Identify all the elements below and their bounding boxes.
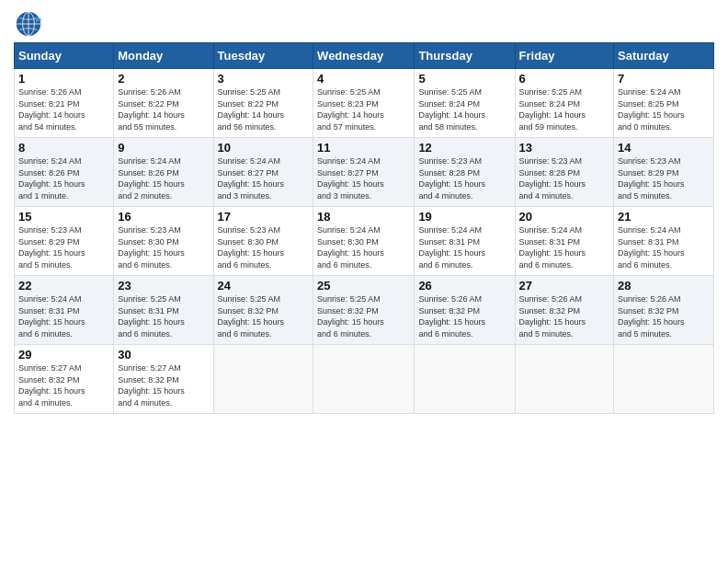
calendar-cell: 27Sunrise: 5:26 AM Sunset: 8:32 PM Dayli… bbox=[515, 276, 614, 345]
calendar-cell: 4Sunrise: 5:25 AM Sunset: 8:23 PM Daylig… bbox=[313, 69, 415, 138]
day-info: Sunrise: 5:23 AM Sunset: 8:30 PM Dayligh… bbox=[118, 224, 209, 270]
calendar-cell bbox=[415, 345, 515, 414]
day-number: 24 bbox=[218, 279, 310, 293]
day-info: Sunrise: 5:25 AM Sunset: 8:24 PM Dayligh… bbox=[418, 86, 510, 132]
calendar-header-row: SundayMondayTuesdayWednesdayThursdayFrid… bbox=[15, 43, 714, 69]
day-number: 14 bbox=[618, 141, 710, 155]
calendar-cell: 15Sunrise: 5:23 AM Sunset: 8:29 PM Dayli… bbox=[15, 207, 114, 276]
calendar-week-4: 22Sunrise: 5:24 AM Sunset: 8:31 PM Dayli… bbox=[15, 276, 714, 345]
day-info: Sunrise: 5:25 AM Sunset: 8:24 PM Dayligh… bbox=[519, 86, 610, 132]
day-number: 2 bbox=[118, 72, 209, 86]
calendar-cell: 6Sunrise: 5:25 AM Sunset: 8:24 PM Daylig… bbox=[515, 69, 614, 138]
day-info: Sunrise: 5:25 AM Sunset: 8:32 PM Dayligh… bbox=[317, 293, 410, 339]
day-number: 26 bbox=[418, 279, 510, 293]
day-number: 22 bbox=[18, 279, 109, 293]
day-number: 4 bbox=[317, 72, 410, 86]
day-info: Sunrise: 5:26 AM Sunset: 8:22 PM Dayligh… bbox=[118, 86, 209, 132]
calendar-cell: 12Sunrise: 5:23 AM Sunset: 8:28 PM Dayli… bbox=[415, 138, 515, 207]
day-number: 9 bbox=[118, 141, 209, 155]
day-info: Sunrise: 5:23 AM Sunset: 8:28 PM Dayligh… bbox=[418, 155, 510, 201]
day-number: 17 bbox=[218, 210, 310, 224]
calendar-week-3: 15Sunrise: 5:23 AM Sunset: 8:29 PM Dayli… bbox=[15, 207, 714, 276]
day-number: 13 bbox=[519, 141, 610, 155]
calendar-cell: 22Sunrise: 5:24 AM Sunset: 8:31 PM Dayli… bbox=[15, 276, 114, 345]
logo bbox=[14, 9, 47, 39]
logo-line bbox=[14, 9, 47, 39]
day-number: 30 bbox=[118, 348, 209, 362]
calendar-cell: 1Sunrise: 5:26 AM Sunset: 8:21 PM Daylig… bbox=[15, 69, 114, 138]
day-info: Sunrise: 5:27 AM Sunset: 8:32 PM Dayligh… bbox=[18, 362, 109, 408]
calendar-cell: 28Sunrise: 5:26 AM Sunset: 8:32 PM Dayli… bbox=[614, 276, 714, 345]
day-number: 21 bbox=[618, 210, 710, 224]
header-wednesday: Wednesday bbox=[313, 43, 415, 69]
calendar-cell: 17Sunrise: 5:23 AM Sunset: 8:30 PM Dayli… bbox=[213, 207, 313, 276]
day-info: Sunrise: 5:26 AM Sunset: 8:32 PM Dayligh… bbox=[418, 293, 510, 339]
calendar-cell bbox=[213, 345, 313, 414]
day-info: Sunrise: 5:23 AM Sunset: 8:30 PM Dayligh… bbox=[218, 224, 310, 270]
day-number: 6 bbox=[519, 72, 610, 86]
day-info: Sunrise: 5:24 AM Sunset: 8:31 PM Dayligh… bbox=[519, 224, 610, 270]
day-info: Sunrise: 5:24 AM Sunset: 8:27 PM Dayligh… bbox=[218, 155, 310, 201]
calendar-week-5: 29Sunrise: 5:27 AM Sunset: 8:32 PM Dayli… bbox=[15, 345, 714, 414]
day-number: 23 bbox=[118, 279, 209, 293]
day-info: Sunrise: 5:27 AM Sunset: 8:32 PM Dayligh… bbox=[118, 362, 209, 408]
calendar-table: SundayMondayTuesdayWednesdayThursdayFrid… bbox=[14, 42, 714, 414]
day-info: Sunrise: 5:26 AM Sunset: 8:32 PM Dayligh… bbox=[519, 293, 610, 339]
day-number: 11 bbox=[317, 141, 410, 155]
calendar-week-1: 1Sunrise: 5:26 AM Sunset: 8:21 PM Daylig… bbox=[15, 69, 714, 138]
day-info: Sunrise: 5:24 AM Sunset: 8:26 PM Dayligh… bbox=[118, 155, 209, 201]
calendar-cell: 24Sunrise: 5:25 AM Sunset: 8:32 PM Dayli… bbox=[213, 276, 313, 345]
calendar-week-2: 8Sunrise: 5:24 AM Sunset: 8:26 PM Daylig… bbox=[15, 138, 714, 207]
header-tuesday: Tuesday bbox=[213, 43, 313, 69]
day-number: 12 bbox=[418, 141, 510, 155]
header-saturday: Saturday bbox=[614, 43, 714, 69]
day-info: Sunrise: 5:23 AM Sunset: 8:29 PM Dayligh… bbox=[618, 155, 710, 201]
day-number: 27 bbox=[519, 279, 610, 293]
day-number: 8 bbox=[18, 141, 109, 155]
main-container: SundayMondayTuesdayWednesdayThursdayFrid… bbox=[0, 0, 728, 423]
calendar-cell: 20Sunrise: 5:24 AM Sunset: 8:31 PM Dayli… bbox=[515, 207, 614, 276]
calendar-cell: 19Sunrise: 5:24 AM Sunset: 8:31 PM Dayli… bbox=[415, 207, 515, 276]
calendar-cell: 21Sunrise: 5:24 AM Sunset: 8:31 PM Dayli… bbox=[614, 207, 714, 276]
header-thursday: Thursday bbox=[415, 43, 515, 69]
calendar-cell: 25Sunrise: 5:25 AM Sunset: 8:32 PM Dayli… bbox=[313, 276, 415, 345]
calendar-cell: 30Sunrise: 5:27 AM Sunset: 8:32 PM Dayli… bbox=[114, 345, 213, 414]
header-friday: Friday bbox=[515, 43, 614, 69]
day-number: 5 bbox=[418, 72, 510, 86]
calendar-cell: 16Sunrise: 5:23 AM Sunset: 8:30 PM Dayli… bbox=[114, 207, 213, 276]
day-info: Sunrise: 5:24 AM Sunset: 8:26 PM Dayligh… bbox=[18, 155, 109, 201]
calendar-cell: 26Sunrise: 5:26 AM Sunset: 8:32 PM Dayli… bbox=[415, 276, 515, 345]
calendar-cell: 7Sunrise: 5:24 AM Sunset: 8:25 PM Daylig… bbox=[614, 69, 714, 138]
calendar-cell: 9Sunrise: 5:24 AM Sunset: 8:26 PM Daylig… bbox=[114, 138, 213, 207]
day-info: Sunrise: 5:26 AM Sunset: 8:21 PM Dayligh… bbox=[18, 86, 109, 132]
day-number: 19 bbox=[418, 210, 510, 224]
day-info: Sunrise: 5:25 AM Sunset: 8:31 PM Dayligh… bbox=[118, 293, 209, 339]
day-number: 29 bbox=[18, 348, 109, 362]
day-number: 16 bbox=[118, 210, 209, 224]
day-number: 20 bbox=[519, 210, 610, 224]
day-number: 10 bbox=[218, 141, 310, 155]
header-monday: Monday bbox=[114, 43, 213, 69]
day-info: Sunrise: 5:24 AM Sunset: 8:25 PM Dayligh… bbox=[618, 86, 710, 132]
calendar-cell bbox=[614, 345, 714, 414]
day-info: Sunrise: 5:26 AM Sunset: 8:32 PM Dayligh… bbox=[618, 293, 710, 339]
day-number: 7 bbox=[618, 72, 710, 86]
day-number: 28 bbox=[618, 279, 710, 293]
calendar-cell: 18Sunrise: 5:24 AM Sunset: 8:30 PM Dayli… bbox=[313, 207, 415, 276]
calendar-cell: 10Sunrise: 5:24 AM Sunset: 8:27 PM Dayli… bbox=[213, 138, 313, 207]
day-info: Sunrise: 5:24 AM Sunset: 8:27 PM Dayligh… bbox=[317, 155, 410, 201]
day-number: 1 bbox=[18, 72, 109, 86]
calendar-cell: 8Sunrise: 5:24 AM Sunset: 8:26 PM Daylig… bbox=[15, 138, 114, 207]
day-number: 25 bbox=[317, 279, 410, 293]
day-info: Sunrise: 5:23 AM Sunset: 8:29 PM Dayligh… bbox=[18, 224, 109, 270]
day-info: Sunrise: 5:25 AM Sunset: 8:22 PM Dayligh… bbox=[218, 86, 310, 132]
calendar-cell: 11Sunrise: 5:24 AM Sunset: 8:27 PM Dayli… bbox=[313, 138, 415, 207]
calendar-cell: 2Sunrise: 5:26 AM Sunset: 8:22 PM Daylig… bbox=[114, 69, 213, 138]
day-number: 18 bbox=[317, 210, 410, 224]
day-info: Sunrise: 5:24 AM Sunset: 8:31 PM Dayligh… bbox=[418, 224, 510, 270]
calendar-cell: 5Sunrise: 5:25 AM Sunset: 8:24 PM Daylig… bbox=[415, 69, 515, 138]
logo-globe-icon bbox=[14, 9, 43, 39]
header-sunday: Sunday bbox=[15, 43, 114, 69]
day-number: 15 bbox=[18, 210, 109, 224]
day-info: Sunrise: 5:25 AM Sunset: 8:23 PM Dayligh… bbox=[317, 86, 410, 132]
